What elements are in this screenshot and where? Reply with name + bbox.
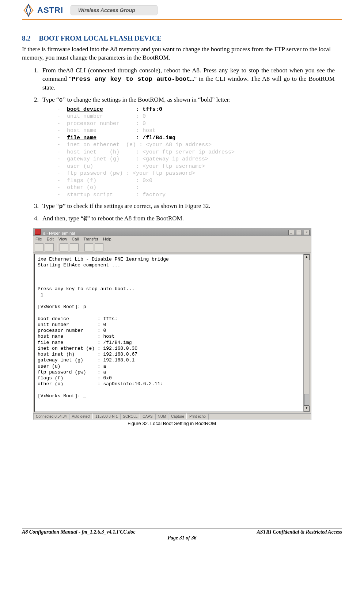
toolbar-props-icon[interactable] [95,243,103,251]
status-capture: Capture [168,413,187,420]
intro-paragraph: If there is firmware loaded into the A8 … [22,45,342,62]
menu-edit[interactable]: Edit [47,237,54,241]
close-button[interactable]: × [304,230,310,235]
window-title: a - HyperTerminal [43,231,75,235]
toolbar-hangup-icon[interactable] [70,243,79,251]
astri-logo: ASTRI [22,4,63,17]
toolbar-new-icon[interactable] [35,243,43,251]
inline-command: Press any key to stop auto-boot… [72,76,194,83]
svg-point-1 [33,10,34,11]
inline-key: p [59,203,63,210]
step-3: Type “p” to check if the settings are co… [40,202,342,211]
scroll-down-icon[interactable]: ▼ [304,406,310,412]
status-mode: 115200 8-N-1 [93,413,120,420]
step-2: Type “c” to change the settings in the B… [40,96,342,198]
minimize-button[interactable]: _ [288,230,294,235]
section-heading: 8.2 BOOT FROM LOCAL FLASH DEVICE [22,34,342,42]
status-connected: Connected 0:54:34 [33,413,69,420]
bootrom-listing: - boot device : tffs:0 - unit number : 0… [57,106,335,199]
terminal-output: ixe Ethernet Lib - Disable PNE learning … [35,254,310,401]
toolbar-call-icon[interactable] [60,243,68,251]
footer-left: A8 Configuration Manual - fm_1.2.6.3_v4.… [22,529,135,535]
menu-file[interactable]: File [35,237,42,241]
status-scroll: SCROLL [120,413,140,420]
maximize-button[interactable]: □ [296,230,302,235]
footer-right: ASTRI Confidential & Restricted Access [257,529,342,535]
figure-32: a - HyperTerminal _ □ × File Edit View C… [33,228,342,426]
status-print: Print echo [187,413,208,420]
astri-logo-icon [22,4,35,17]
step-4: And then, type “@” to reboot the A8 from… [40,215,342,223]
toolbar-separator [56,243,57,251]
toolbar-send-icon[interactable] [84,243,93,251]
menu-bar: File Edit View Call Transfer Help [33,236,311,242]
status-detect: Auto detect [69,413,93,420]
header-divider [22,19,342,20]
app-icon [35,229,41,235]
menu-call[interactable]: Call [72,237,79,241]
svg-point-0 [28,5,29,6]
status-caps: CAPS [140,413,155,420]
menu-transfer[interactable]: Transfer [83,237,98,241]
inline-key: @ [83,215,87,222]
scroll-up-icon[interactable]: ▲ [304,254,310,260]
status-spacer [208,413,311,420]
menu-view[interactable]: View [58,237,67,241]
footer-page-number: Page 31 of 36 [22,535,342,541]
toolbar-open-icon[interactable] [45,243,54,251]
svg-point-2 [24,10,25,11]
steps-list: From theA8 CLI (connected through consol… [22,67,342,223]
scroll-thumb[interactable] [304,394,309,406]
toolbar-separator [81,243,82,251]
figure-caption: Figure 32. Local Boot Setting in BootROM [33,421,311,426]
window-titlebar: a - HyperTerminal _ □ × [33,228,311,236]
terminal-area[interactable]: ixe Ethernet Lib - Disable PNE learning … [34,254,310,412]
section-number: 8.2 [22,34,31,42]
wireless-access-group-label: Wireless Access Group [71,5,158,15]
step-1: From theA8 CLI (connected through consol… [40,67,342,92]
page-footer: A8 Configuration Manual - fm_1.2.6.3_v4.… [22,528,342,541]
status-num: NUM [155,413,169,420]
vertical-scrollbar[interactable]: ▲ ▼ [303,254,310,412]
status-bar: Connected 0:54:34 Auto detect 115200 8-N… [33,413,311,420]
footer-divider [22,528,342,528]
page-header: ASTRI Wireless Access Group [22,0,342,17]
hyperterminal-window: a - HyperTerminal _ □ × File Edit View C… [33,228,311,420]
inline-key: c [59,96,63,103]
toolbar [33,242,311,253]
section-title: BOOT FROM LOCAL FLASH DEVICE [39,34,162,42]
astri-logo-text: ASTRI [37,5,63,15]
menu-help[interactable]: Help [103,237,111,241]
